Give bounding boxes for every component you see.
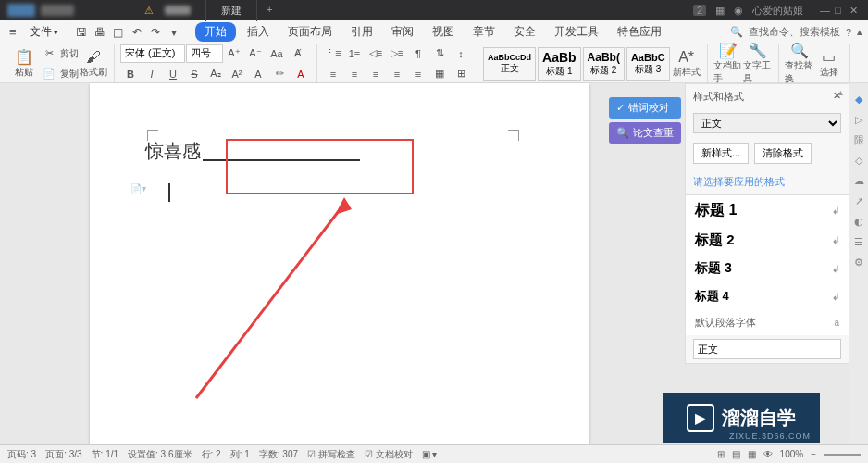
increase-font-icon[interactable]: A⁺ [225,44,243,63]
underline-icon[interactable]: U [164,65,182,83]
status-section[interactable]: 节: 1/1 [92,448,118,461]
current-style-select[interactable]: 正文 [693,113,841,133]
sidebar-shape-icon[interactable]: ◇ [852,154,865,167]
text-effect-icon[interactable]: A [249,65,267,83]
sidebar-select-icon[interactable]: ▷ [852,113,865,126]
view-read-icon[interactable]: 👁 [763,449,773,459]
style-item-h1[interactable]: 标题 1↲ [686,195,849,226]
subscript-icon[interactable]: A₂ [206,65,225,83]
view-outline-icon[interactable]: ▦ [748,449,756,459]
tab-special[interactable]: 特色应用 [610,22,669,42]
tab-start[interactable]: 开始 [195,22,236,42]
sidebar-list-icon[interactable]: ☰ [852,235,865,248]
doc-assist-button[interactable]: 📝文档助手 [713,42,743,85]
select-button[interactable]: ▭选择 [814,48,844,79]
align-center-icon[interactable]: ≡ [345,65,364,83]
superscript-icon[interactable]: A² [228,65,246,83]
search-placeholder[interactable]: 查找命令、搜索模板 [749,25,840,39]
cut-icon[interactable]: ✂ [40,44,58,63]
status-spell-check[interactable]: ☑ 拼写检查 [307,448,355,461]
text-tools-button[interactable]: 🔧文字工具 [743,42,773,85]
save-icon[interactable]: 🖫 [73,24,90,41]
tab-layout[interactable]: 页面布局 [280,22,340,42]
line-spacing-icon[interactable]: ↕ [452,44,470,63]
strikethrough-icon[interactable]: S [185,65,204,83]
spell-check-button[interactable]: ✓ 错词校对 [609,97,681,119]
align-right-icon[interactable]: ≡ [366,65,385,83]
number-list-icon[interactable]: 1≡ [345,44,364,63]
collapse-icon[interactable]: ▴ [857,26,862,38]
tabs-icon[interactable]: ⊞ [452,65,470,83]
bold-icon[interactable]: B [121,65,140,83]
style-normal[interactable]: AaBbCcDd 正文 [483,47,536,81]
status-pages[interactable]: 页面: 3/3 [45,448,81,461]
style-heading3[interactable]: AaBbC 标题 3 [626,47,670,81]
dropdown-icon[interactable]: ▾ [166,24,182,41]
indent-increase-icon[interactable]: ▷≡ [388,44,406,63]
text-direction-icon[interactable]: ⇅ [430,44,449,63]
sidebar-styles-icon[interactable]: ◆ [852,93,865,106]
sidebar-clip-icon[interactable]: ◐ [852,215,865,228]
change-case-icon[interactable]: Aa [267,44,286,63]
distribute-icon[interactable]: ≡ [409,65,428,83]
style-item-h2[interactable]: 标题 2↲ [686,226,849,255]
notification-badge[interactable]: 2 [693,5,706,16]
copy-icon[interactable]: 📄 [40,65,58,83]
help-icon[interactable]: ? [846,27,851,38]
scroll-top-icon[interactable]: ▴ [835,87,846,97]
document-tab-2[interactable]: 新建 [206,0,257,21]
zoom-slider[interactable] [824,454,861,456]
font-color-icon[interactable]: A [291,65,310,83]
view-mode-icon[interactable]: ⊞ [717,449,725,459]
hamburger-icon[interactable]: ≡ [6,23,20,41]
style-item-h3[interactable]: 标题 3↲ [686,255,849,282]
minimize-button[interactable]: — [820,5,831,16]
shading-icon[interactable]: ▦ [430,65,449,83]
status-word-count[interactable]: 字数: 307 [259,448,298,461]
clear-format-icon[interactable]: A̸ [289,44,307,63]
status-doc-check[interactable]: ☑ 文档校对 [365,448,413,461]
show-marks-icon[interactable]: ¶ [409,44,428,63]
style-heading2[interactable]: AaBb( 标题 2 [583,47,625,81]
redo-icon[interactable]: ↷ [147,24,164,41]
paste-button[interactable]: 📋粘贴 [9,48,39,79]
find-replace-button[interactable]: 🔍查找替换 [785,42,814,85]
sidebar-share-icon[interactable]: ↗ [852,194,865,207]
italic-icon[interactable]: I [143,65,161,83]
tab-security[interactable]: 安全 [506,22,543,42]
zoom-level[interactable]: 100% [780,449,804,459]
format-brush-button[interactable]: 🖌格式刷 [79,49,108,79]
highlight-icon[interactable]: ✏ [270,65,289,83]
paper-check-button[interactable]: 🔍 论文查重 [609,122,681,144]
tab-insert[interactable]: 插入 [240,22,277,42]
new-style-button[interactable]: A*新样式 [672,49,701,79]
new-style-panel-button[interactable]: 新样式... [693,143,749,164]
align-justify-icon[interactable]: ≡ [388,65,406,83]
align-left-icon[interactable]: ≡ [324,65,342,83]
print-icon[interactable]: 🖶 [92,24,108,41]
document-tab-1[interactable]: ⚠ [130,0,206,21]
new-tab-button[interactable]: + [257,0,281,21]
tab-reference[interactable]: 引用 [343,22,380,42]
user-avatar-icon[interactable]: ◉ [734,5,743,17]
style-heading1[interactable]: AaBb 标题 1 [538,47,581,81]
document-page[interactable]: 惊喜感 📄▾ [90,83,589,444]
size-select[interactable] [186,44,223,63]
sidebar-gear-icon[interactable]: ⚙ [852,256,865,269]
grid-icon[interactable]: ▦ [715,5,725,17]
decrease-font-icon[interactable]: A⁻ [246,44,265,63]
tab-view[interactable]: 视图 [425,22,462,42]
tab-section[interactable]: 章节 [465,22,502,42]
sidebar-cloud-icon[interactable]: ☁ [852,174,865,187]
style-item-h4[interactable]: 标题 4↲ [686,282,849,310]
style-item-default-font[interactable]: 默认段落字体a [686,310,849,335]
clear-format-panel-button[interactable]: 清除格式 [754,143,812,164]
font-select[interactable] [120,44,185,63]
file-menu[interactable]: 文件▾ [24,22,64,42]
maximize-button[interactable]: □ [835,5,846,16]
status-col[interactable]: 列: 1 [230,448,250,461]
sidebar-limit-icon[interactable]: 限 [852,133,865,146]
status-track-changes[interactable]: ▣ ▾ [422,449,438,459]
search-icon[interactable]: 🔍 [730,26,743,38]
status-line[interactable]: 行: 2 [202,448,221,461]
